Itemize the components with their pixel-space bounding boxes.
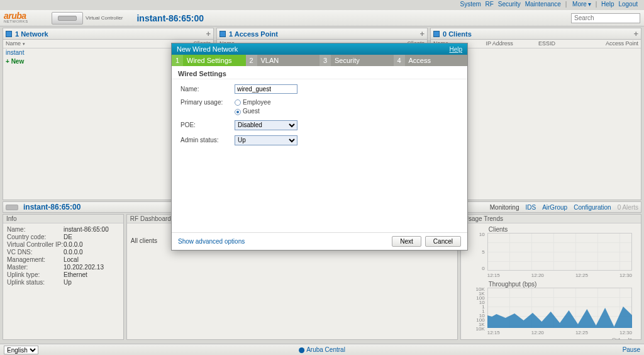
x-tick: 12:15 — [487, 273, 500, 278]
dialog-subtitle: Wired Settings — [172, 66, 467, 79]
col-ip[interactable]: IP Address — [484, 40, 536, 48]
aruba-central-link[interactable]: Aruba Central — [299, 346, 345, 353]
wizard-step-4[interactable]: 4Access — [394, 55, 468, 66]
aps-add-icon[interactable]: + — [419, 29, 425, 38]
clients-chart: 10 5 0 12:15 12:20 12:25 12:30 — [470, 233, 632, 278]
name-label: Name: — [180, 86, 235, 93]
y-tick: 5 — [470, 249, 485, 255]
dialog-footer: Show advanced options Next Cancel — [172, 232, 467, 250]
more-menu[interactable]: More▾ — [571, 1, 591, 8]
logout-link[interactable]: Logout — [618, 1, 638, 8]
show-advanced-link[interactable]: Show advanced options — [178, 238, 245, 245]
x-tick: 12:15 — [487, 330, 500, 335]
col-essid[interactable]: ESSID — [536, 40, 589, 48]
primary-usage-label: Primary usage: — [180, 99, 235, 106]
wizard-step-1[interactable]: 1Wired Settings — [172, 55, 246, 66]
system-link[interactable]: System — [460, 1, 480, 8]
col-name[interactable]: Name ▾ — [3, 40, 108, 48]
clients-title: 0 Clients — [443, 30, 472, 38]
info-k: Master: — [7, 264, 64, 271]
networks-add-icon[interactable]: + — [206, 29, 211, 38]
cancel-button[interactable]: Cancel — [425, 236, 461, 247]
ap-icon — [219, 31, 226, 37]
wizard-step-2[interactable]: 2VLAN — [246, 55, 320, 66]
employee-option: Employee — [243, 99, 270, 106]
tab-airgroup[interactable]: AirGroup — [542, 204, 567, 211]
x-tick: 12:20 — [531, 273, 544, 278]
footer-bar: English Aruba Central Pause — [0, 344, 644, 355]
info-v: 0.0.0.0 — [64, 241, 83, 248]
networks-title: 1 Network — [15, 30, 48, 38]
header-bar: aruba NETWORKS Virtual Controller instan… — [0, 10, 644, 26]
x-tick: 12:25 — [575, 273, 588, 278]
admin-status-select[interactable]: Up — [235, 135, 297, 145]
clients-add-icon[interactable]: + — [633, 29, 638, 38]
rf-link[interactable]: RF — [486, 1, 494, 8]
search-box — [571, 13, 640, 23]
info-card: Info Name:instant-86:65:00 Country code:… — [3, 214, 124, 340]
wizard-step-3[interactable]: 3Security — [319, 55, 394, 66]
network-icon — [6, 31, 12, 37]
admin-status-label: Admin status: — [180, 137, 235, 144]
language-select[interactable]: English — [4, 346, 38, 354]
instance-bar-title: instant-86:65:00 — [23, 203, 80, 211]
info-k: Virtual Controller IP: — [7, 241, 64, 248]
client-icon — [433, 31, 440, 37]
instance-title: instant-86:65:00 — [136, 13, 204, 23]
x-tick: 12:20 — [531, 330, 544, 335]
dialog-title: New Wired Network — [177, 45, 238, 53]
tab-configuration[interactable]: Configuration — [574, 204, 611, 211]
top-link-bar: System RF Security Maintenance | More▾ |… — [0, 0, 644, 10]
search-input[interactable] — [571, 13, 640, 23]
x-tick: 12:25 — [575, 330, 588, 335]
info-k: Uplink status: — [7, 279, 64, 286]
brand-sub: NETWORKS — [4, 20, 48, 23]
brand-logo: aruba NETWORKS — [4, 12, 48, 25]
separator: | — [596, 1, 597, 8]
trends-title: Usage Trends — [461, 215, 641, 223]
info-k: Name: — [7, 226, 64, 233]
wizard-steps: 1Wired Settings 2VLAN 3Security 4Access — [172, 55, 467, 66]
poe-select[interactable]: Disabled — [235, 120, 297, 130]
dialog-header: New Wired Network Help — [172, 43, 467, 55]
network-name[interactable]: instant — [6, 49, 108, 56]
cloud-icon — [299, 347, 304, 353]
col-ap[interactable]: Access Point — [589, 40, 641, 48]
tab-ids[interactable]: IDS — [525, 204, 536, 211]
clients-chart-title: Clients — [489, 226, 638, 233]
radio-icon — [235, 99, 241, 106]
virtual-controller-label: Virtual Controller — [86, 15, 123, 21]
info-v: DE — [64, 234, 72, 240]
brand-name: aruba — [4, 13, 48, 20]
info-v: Up — [64, 279, 72, 286]
info-title: Info — [3, 215, 123, 223]
info-k: Country code: — [7, 234, 64, 240]
info-k: Management: — [7, 256, 64, 263]
y-tick: 0 — [470, 266, 485, 271]
pause-link[interactable]: Pause — [623, 346, 640, 353]
guest-radio-row[interactable]: Guest — [235, 108, 270, 115]
poe-label: POE: — [180, 121, 235, 128]
tab-alerts[interactable]: 0 Alerts — [618, 204, 638, 211]
security-link[interactable]: Security — [498, 1, 521, 8]
maintenance-link[interactable]: Maintenance — [525, 1, 561, 8]
dialog-help-link[interactable]: Help — [449, 46, 462, 53]
instance-tabs: Monitoring IDS AirGroup Configuration 0 … — [490, 204, 638, 211]
info-body: Name:instant-86:65:00 Country code:DE Vi… — [3, 223, 123, 339]
clients-header: 0 Clients + — [431, 28, 641, 40]
next-button[interactable]: Next — [392, 236, 421, 247]
name-input[interactable] — [235, 84, 297, 94]
radio-icon — [235, 109, 241, 115]
usage-trends-card: Usage Trends Clients 10 5 0 12:15 12:20 … — [460, 214, 641, 340]
info-v: Ethernet — [64, 271, 87, 278]
throughput-area — [487, 303, 632, 328]
aps-header: 1 Access Point + — [217, 28, 427, 40]
new-wired-network-dialog: New Wired Network Help 1Wired Settings 2… — [171, 43, 468, 251]
device-icon — [6, 205, 18, 210]
tab-monitoring[interactable]: Monitoring — [490, 204, 519, 211]
throughput-chart-title: Throughput (bps) — [489, 281, 638, 288]
employee-radio-row[interactable]: Employee — [235, 99, 270, 106]
info-v: Local — [64, 256, 79, 263]
help-link[interactable]: Help — [601, 1, 614, 8]
info-k: VC DNS: — [7, 249, 64, 256]
